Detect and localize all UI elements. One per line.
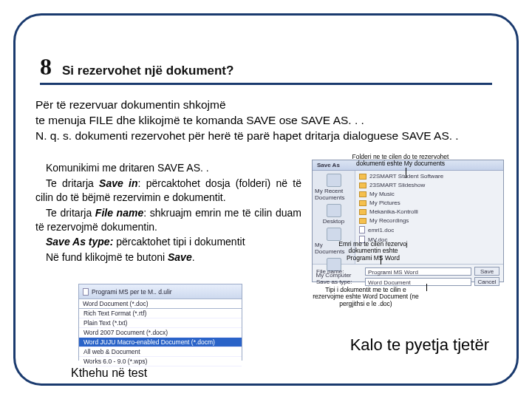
arrow-icon bbox=[426, 284, 427, 291]
folder-icon bbox=[327, 228, 341, 241]
sidebar-item[interactable]: My Recent Documents bbox=[315, 174, 352, 201]
explain-p5: Në fund klikojmë te butoni Save. bbox=[35, 250, 301, 265]
list-item[interactable]: emri1.doc bbox=[359, 226, 499, 233]
dropdown-item[interactable]: Works 6.0 - 9.0 (*.wps) bbox=[79, 357, 242, 366]
dropdown-item[interactable]: Word 2007 Document (*.docx) bbox=[79, 328, 242, 338]
explain-p2: Te dritarja Save in: përcaktohet dosja (… bbox=[35, 177, 301, 205]
dropdown-item[interactable]: Word JUJU Macro-enabled Document (*.docm… bbox=[79, 338, 242, 347]
folder-icon bbox=[359, 174, 366, 180]
heading-title: Si rezervohet një dokument? bbox=[62, 64, 233, 78]
dropdown-item[interactable]: Rich Text Format (*.rtf) bbox=[79, 309, 242, 318]
save-button[interactable]: Save bbox=[474, 267, 499, 276]
explain-p3: Te dritarja File name: shkruajm emrin me… bbox=[35, 206, 301, 234]
type-label: Save as type: bbox=[316, 279, 362, 285]
list-item[interactable]: My Recordings bbox=[359, 217, 499, 224]
filename-input[interactable]: Programi MS Word bbox=[365, 267, 471, 276]
explain-p4: Save As type: përcaktohet tipi i dokumen… bbox=[35, 235, 301, 249]
dropdown-selected[interactable]: Word Document (*.doc) bbox=[79, 299, 242, 309]
list-item[interactable]: 23SMART Slideshow bbox=[359, 182, 499, 188]
file-icon bbox=[359, 226, 365, 233]
folder-icon bbox=[359, 218, 366, 224]
folder-icon bbox=[359, 209, 366, 215]
dropdown-list: Rich Text Format (*.rtf) Plain Text (*.t… bbox=[79, 309, 242, 366]
annotation-filename: Emri me te cilen rezervoj dokumentin esh… bbox=[338, 241, 408, 262]
heading-number: 8 bbox=[40, 53, 52, 81]
type-dropdown: Programi MS per te M.. d.ulir Word Docum… bbox=[78, 284, 242, 361]
cancel-button[interactable]: Cancel bbox=[474, 277, 499, 286]
intro-line: N. q. s. dokumenti rezervohet për herë t… bbox=[35, 129, 502, 144]
folder-icon bbox=[327, 174, 341, 187]
dropdown-header: Programi MS per te M.. d.ulir bbox=[79, 284, 242, 299]
intro-line: te menuja FILE dhe klikojmë te komanda S… bbox=[35, 113, 502, 129]
arrow-icon bbox=[406, 168, 406, 178]
save-as-dialog: Save As My Recent Documents Desktop My D… bbox=[312, 160, 504, 282]
list-item[interactable]: My Music bbox=[359, 191, 499, 197]
list-item[interactable]: My Pictures bbox=[359, 200, 499, 206]
slide-heading: 8 Si rezervohet një dokument? bbox=[40, 53, 492, 81]
folder-icon bbox=[359, 200, 366, 206]
type-select[interactable]: Word Document bbox=[365, 278, 471, 286]
folder-icon bbox=[359, 191, 366, 197]
filename-label: File name: bbox=[316, 268, 362, 275]
intro-line: Për të rezervuar dokumentin shkojmë bbox=[35, 98, 502, 113]
intro-text: Për të rezervuar dokumentin shkojmë te m… bbox=[35, 98, 502, 144]
folder-icon bbox=[327, 204, 341, 217]
dropdown-item[interactable]: All web & Document bbox=[79, 347, 242, 357]
arrow-icon bbox=[381, 256, 381, 265]
explanation-text: Komunikimi me dritaren SAVE AS. . Te dri… bbox=[35, 161, 301, 266]
heading-rule bbox=[40, 83, 492, 85]
folder-icon bbox=[359, 183, 366, 188]
sidebar-item[interactable]: Desktop bbox=[315, 204, 352, 225]
list-item[interactable]: Mekanika-Kontrolli bbox=[359, 208, 499, 215]
next-question-link[interactable]: Kalo te pyetja tjetër bbox=[350, 335, 489, 355]
annotation-save-in: Folderi ne te cilen do te rezervohet dok… bbox=[349, 154, 452, 168]
dropdown-item[interactable]: Plain Text (*.txt) bbox=[79, 318, 242, 328]
explain-p1: Komunikimi me dritaren SAVE AS. . bbox=[35, 161, 301, 175]
file-icon bbox=[83, 288, 89, 296]
back-to-test-link[interactable]: Kthehu në test bbox=[71, 366, 147, 380]
list-item[interactable]: 22SMART Student Software bbox=[359, 173, 499, 180]
annotation-type: Tipi i dokumentit me te cilin e rezervoj… bbox=[310, 287, 421, 307]
